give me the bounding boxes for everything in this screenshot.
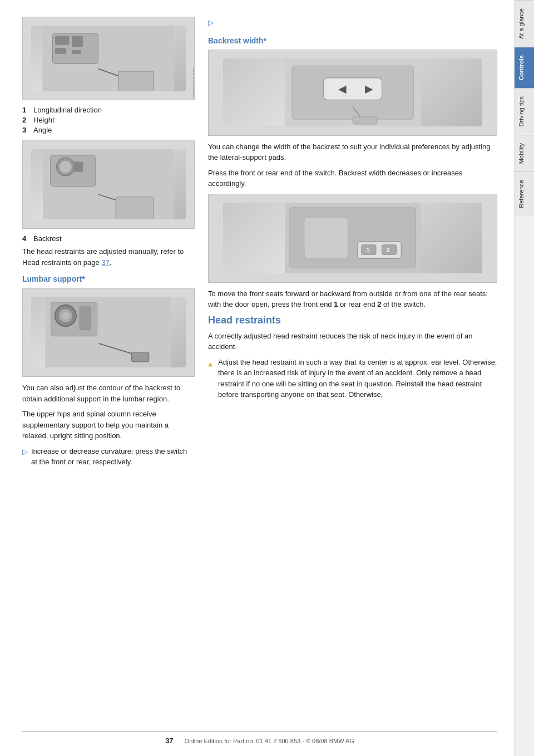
item-2: 2 Height: [22, 116, 195, 124]
seat-switch-image: 1 2: [208, 194, 497, 283]
warning-text: Adjust the head restraint in such a way …: [218, 357, 497, 400]
svg-rect-34: [304, 217, 348, 258]
svg-rect-16: [116, 197, 154, 220]
item-4: 4 Backrest: [22, 234, 195, 243]
backrest-width-image: ◀ ▶: [208, 50, 497, 136]
lumbar-para1: You can also adjust the contour of the b…: [22, 382, 195, 404]
seat-image-1: W0C04385en: [22, 17, 195, 100]
svg-text:2: 2: [387, 247, 390, 253]
svg-text:!: !: [210, 364, 210, 366]
head-restraints-heading: Head restraints: [208, 315, 497, 326]
sidebar-tab-reference[interactable]: Reference: [515, 171, 535, 216]
warning-icon: !: [208, 357, 212, 372]
image-ref-1: W0C04385en: [192, 68, 195, 99]
page-number: 37: [165, 737, 173, 745]
footer: 37 Online Edition for Part no. 01 41 2 6…: [22, 732, 497, 745]
edition-text: Online Edition for Part no. 01 41 2 600 …: [185, 738, 354, 744]
lumbar-para2: The upper hips and spinal column receive…: [22, 409, 195, 441]
svg-rect-24: [132, 352, 149, 361]
right-column: ▷ Backrest width* ◀ ▶: [208, 17, 497, 720]
left-column: W0C04385en 1 Longitudinal direction 2 He…: [22, 17, 195, 720]
svg-rect-3: [72, 36, 83, 47]
lumbar-image: [22, 288, 195, 377]
sidebar-tab-at-a-glance[interactable]: At a glance: [515, 0, 535, 47]
item-3: 3 Angle: [22, 126, 195, 134]
svg-rect-31: [353, 117, 377, 124]
backrest-press-text: Press the front or rear end of the switc…: [208, 168, 497, 189]
backrest-width-para: You can change the width of the backrest…: [208, 141, 497, 163]
svg-text:1: 1: [366, 247, 369, 253]
svg-rect-4: [55, 48, 66, 54]
sidebar-tab-driving-tips[interactable]: Driving tips: [515, 88, 535, 134]
lumbar-heading: Lumbar support*: [22, 274, 195, 283]
bullet-shift-curvature: ▷: [208, 17, 497, 28]
sidebar: At a glance Controls Driving tips Mobili…: [514, 0, 534, 756]
backrest-note: The head restraints are adjusted manuall…: [22, 246, 195, 268]
svg-text:◀: ◀: [338, 83, 347, 95]
svg-rect-8: [118, 71, 154, 91]
sidebar-tab-controls[interactable]: Controls: [515, 47, 535, 88]
sidebar-tab-mobility[interactable]: Mobility: [515, 135, 535, 171]
arrow-icon-2: ▷: [208, 17, 214, 28]
svg-point-12: [60, 161, 72, 173]
warning-box: ! Adjust the head restraint in such a wa…: [208, 357, 497, 400]
item-1: 1 Longitudinal direction: [22, 106, 195, 114]
seat-switch-para: To move the front seats forward or backw…: [208, 288, 497, 310]
svg-rect-2: [55, 36, 69, 45]
backrest-width-heading: Backrest width*: [208, 36, 497, 45]
head-restraints-para: A correctly adjusted head restraint redu…: [208, 331, 497, 352]
svg-point-21: [62, 312, 70, 320]
bullet-increase-curvature: ▷ Increase or decrease curvature: press …: [22, 446, 195, 468]
arrow-icon-1: ▷: [22, 446, 28, 468]
seat-image-2: [22, 140, 195, 229]
svg-text:▶: ▶: [365, 83, 373, 95]
svg-rect-5: [72, 50, 81, 54]
svg-rect-13: [73, 161, 83, 171]
svg-rect-22: [80, 306, 92, 330]
